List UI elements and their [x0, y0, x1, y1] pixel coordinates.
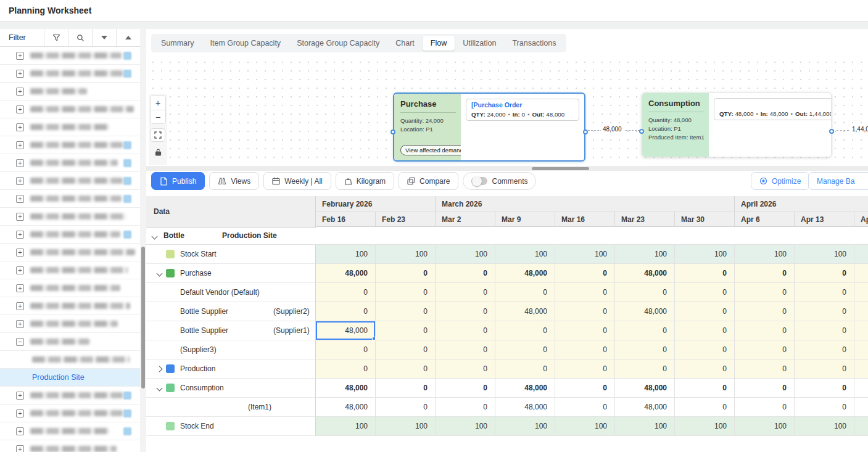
search-icon[interactable] [68, 29, 92, 46]
expand-all-icon[interactable] [116, 29, 140, 46]
order-name[interactable] [719, 101, 831, 109]
value-cell[interactable]: 0 [436, 302, 495, 321]
expand-icon[interactable]: + [16, 392, 24, 400]
sidebar-item[interactable]: + [0, 422, 140, 440]
chevron-down-icon[interactable] [157, 385, 163, 392]
row-label-cell[interactable]: Default Vendor (Default) [146, 283, 316, 302]
tab-chart[interactable]: Chart [387, 36, 423, 51]
row-label-cell[interactable]: (Supplier3) [146, 340, 316, 360]
sidebar-item[interactable] [0, 351, 140, 369]
value-cell[interactable]: 100 [555, 245, 615, 264]
value-cell[interactable]: 0 [436, 283, 495, 302]
value-cell[interactable]: 100 [675, 245, 735, 264]
view-affected-demand-button[interactable]: View affected demand [400, 145, 468, 155]
value-cell[interactable]: 0 [436, 321, 495, 340]
expand-icon[interactable]: + [16, 302, 24, 310]
value-cell[interactable]: 100 [436, 417, 495, 436]
input-port[interactable] [391, 129, 395, 134]
sidebar-item[interactable]: + [0, 315, 140, 333]
value-cell[interactable]: 100 [316, 245, 376, 264]
value-cell[interactable]: 48,000 [615, 379, 675, 398]
expand-icon[interactable]: + [16, 159, 24, 167]
value-cell[interactable]: 0 [675, 360, 735, 379]
value-cell[interactable]: 0 [376, 321, 436, 340]
expand-icon[interactable]: + [16, 88, 24, 96]
value-cell[interactable]: 0 [854, 398, 868, 417]
sidebar-item[interactable]: + [0, 208, 140, 226]
value-cell[interactable]: 100 [316, 417, 376, 436]
value-cell[interactable]: 0 [735, 379, 795, 398]
sidebar-item[interactable]: + [0, 101, 140, 118]
sidebar-item-production-site[interactable]: Production Site [0, 369, 140, 387]
value-cell[interactable]: 0 [436, 398, 495, 417]
value-cell[interactable]: 48,000 [495, 398, 555, 417]
fit-view-button[interactable] [151, 128, 165, 142]
value-cell[interactable]: 100 [615, 245, 675, 264]
value-cell[interactable]: 0 [376, 340, 436, 360]
tab-utilization[interactable]: Utilization [455, 36, 504, 51]
sidebar-item[interactable]: − [0, 333, 140, 351]
output-port[interactable] [583, 129, 588, 134]
value-cell[interactable]: 0 [675, 379, 735, 398]
value-cell[interactable]: 100 [735, 417, 795, 436]
value-cell[interactable]: 0 [854, 360, 868, 379]
value-cell[interactable]: 0 [795, 283, 854, 302]
toggle-off-switch[interactable] [471, 177, 487, 185]
value-cell[interactable]: 0 [615, 283, 675, 302]
date-column-header[interactable]: Feb 16 [316, 212, 376, 226]
value-cell[interactable]: 0 [795, 302, 854, 321]
expand-icon[interactable]: + [16, 213, 24, 221]
sidebar-item[interactable]: + [0, 136, 140, 154]
value-cell[interactable]: 100 [615, 417, 675, 436]
value-cell[interactable]: 0 [376, 360, 436, 379]
comments-toggle[interactable]: Comments [463, 172, 536, 190]
value-cell[interactable]: 0 [795, 340, 854, 360]
expand-icon[interactable]: + [16, 141, 24, 149]
output-port[interactable] [829, 129, 834, 134]
expand-icon[interactable]: + [16, 52, 24, 60]
value-cell[interactable]: 0 [854, 321, 868, 340]
chevron-down-icon[interactable] [152, 234, 158, 240]
sidebar-item[interactable]: + [0, 118, 140, 136]
tab-item-group-capacity[interactable]: Item Group Capacity [202, 36, 289, 51]
sidebar-scrollbar[interactable] [140, 29, 146, 452]
purchase-order-box[interactable]: [Purchase Order QTY: 24,000In: 0Out: 48,… [466, 99, 579, 121]
expand-icon[interactable]: + [16, 320, 24, 328]
value-cell[interactable]: 100 [854, 417, 868, 436]
value-cell[interactable]: 0 [675, 302, 735, 321]
value-cell[interactable]: 0 [854, 264, 868, 283]
value-cell[interactable]: 48,000 [615, 398, 675, 417]
value-cell[interactable]: 0 [735, 264, 795, 283]
value-cell[interactable]: 100 [735, 245, 795, 264]
expand-icon[interactable]: + [16, 195, 24, 203]
row-label-cell[interactable]: Stock End [146, 417, 316, 436]
value-cell[interactable]: 0 [735, 302, 795, 321]
value-cell[interactable]: 0 [316, 360, 376, 379]
value-cell[interactable]: 48,000 [495, 302, 555, 321]
value-cell[interactable]: 0 [376, 264, 436, 283]
value-cell[interactable]: 0 [555, 379, 615, 398]
value-cell[interactable]: 100 [795, 417, 854, 436]
value-cell[interactable]: 100 [854, 245, 868, 264]
sidebar-item[interactable]: + [0, 172, 140, 190]
value-cell[interactable]: 0 [316, 283, 376, 302]
sidebar-item[interactable]: + [0, 154, 140, 172]
value-cell[interactable]: 0 [436, 379, 495, 398]
views-button[interactable]: Views [209, 172, 259, 190]
value-cell[interactable]: 0 [376, 302, 436, 321]
sidebar-item[interactable]: + [0, 261, 140, 279]
value-cell[interactable]: 0 [854, 340, 868, 360]
compare-button[interactable]: Compare [399, 172, 458, 190]
tab-flow[interactable]: Flow [423, 36, 455, 51]
value-cell[interactable]: 0 [795, 321, 854, 340]
value-cell[interactable]: 0 [675, 398, 735, 417]
value-cell[interactable]: 0 [495, 283, 555, 302]
value-cell[interactable]: 0 [675, 283, 735, 302]
sidebar-item[interactable]: + [0, 190, 140, 208]
center-view-button[interactable] [151, 163, 165, 165]
value-cell[interactable]: 0 [376, 398, 436, 417]
date-column-header[interactable]: Mar 30 [675, 212, 735, 226]
date-column-header[interactable]: Apr 6 [735, 212, 795, 226]
canvas-horizontal-scrollbar[interactable] [146, 166, 868, 171]
sidebar-item[interactable]: + [0, 83, 140, 101]
